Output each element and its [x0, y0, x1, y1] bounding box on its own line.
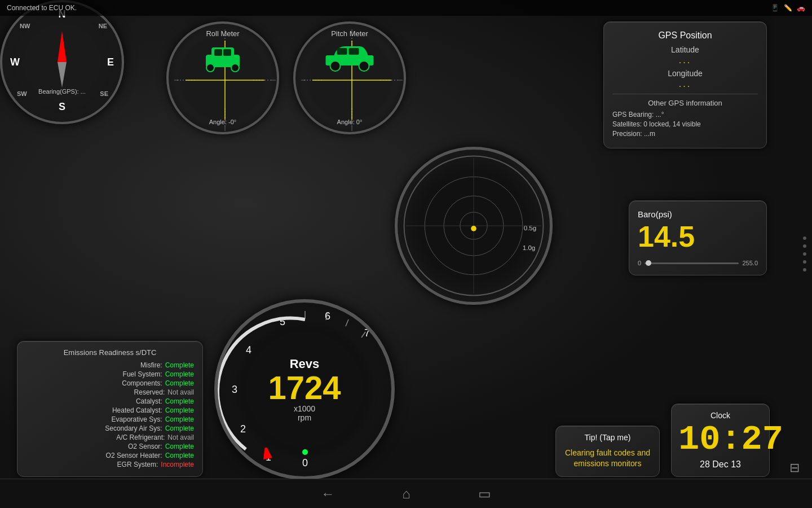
car-status-icon: 🚗 [797, 4, 805, 12]
gps-precision-line: Precision: ...m [612, 130, 758, 138]
home-button[interactable]: ⌂ [402, 486, 411, 502]
baro-panel[interactable]: Baro(psi) 14.5 0 255.0 [629, 200, 767, 275]
pencil-icon: ✏️ [784, 4, 792, 12]
back-button[interactable]: ← [321, 486, 334, 502]
emissions-row: O2 Sensor:Complete [26, 443, 194, 450]
rev-unit2: rpm [268, 413, 341, 422]
svg-point-15 [231, 64, 239, 72]
emission-value: Complete [165, 397, 194, 405]
emission-label: Catalyst: [26, 397, 162, 405]
emission-label: Reserved: [26, 388, 165, 396]
emissions-panel[interactable]: Emissions Readiness s/DTC Misfire:Comple… [17, 341, 203, 477]
svg-rect-12 [214, 49, 222, 56]
gps-longitude-value: ... [612, 79, 758, 89]
dot-1 [803, 237, 806, 240]
pitch-meter[interactable]: Pitch Meter Angle: 0° [293, 21, 406, 134]
clock-date: 28 Dec 13 [678, 459, 762, 470]
ecu-status: Connected to ECU OK. [7, 4, 77, 12]
emissions-row: Secondary Air Sys:Complete [26, 424, 194, 432]
emission-label: O2 Sensor Heater: [26, 452, 162, 459]
slider-track[interactable] [645, 262, 739, 264]
svg-text:2: 2 [240, 423, 246, 435]
svg-point-44 [302, 449, 308, 455]
svg-rect-13 [223, 49, 231, 56]
dot-5 [803, 268, 806, 271]
svg-line-41 [346, 319, 348, 326]
clock-panel[interactable]: Clock 10:27 28 Dec 13 [671, 404, 770, 477]
status-bar: Connected to ECU OK. 📱 ✏️ 🚗 [0, 0, 812, 16]
dot-3 [803, 252, 806, 256]
svg-text:0: 0 [302, 457, 308, 468]
g-meter[interactable]: 0.5g 1.0g [395, 147, 553, 305]
pitch-car-icon [323, 41, 377, 74]
emission-label: Heated Catalyst: [26, 406, 162, 414]
emissions-row: EGR System:Incomplete [26, 461, 194, 468]
roll-meter[interactable]: Roll Meter Angle: -0° [166, 21, 279, 134]
emissions-row: A/C Refrigerant:Not avail [26, 433, 194, 441]
recents-button[interactable]: ▭ [478, 486, 491, 502]
gps-panel[interactable]: GPS Position Latitude ... Longitude ... … [603, 21, 767, 148]
emissions-row: Misfire:Complete [26, 361, 194, 369]
emission-label: Misfire: [26, 361, 162, 369]
compass-east: E [107, 56, 114, 68]
gps-longitude-label: Longitude [612, 69, 758, 78]
emissions-row: Heated Catalyst:Complete [26, 406, 194, 414]
emission-value: Complete [165, 424, 194, 432]
svg-text:6: 6 [325, 310, 330, 322]
clock-title: Clock [678, 411, 762, 420]
emission-value: Complete [165, 415, 194, 423]
gps-latitude-label: Latitude [612, 45, 758, 54]
dot-4 [803, 260, 806, 264]
emission-value: Not avail [167, 388, 194, 396]
baro-title: Baro(psi) [638, 209, 758, 219]
roll-car-icon [200, 41, 245, 77]
emission-label: O2 Sensor: [26, 443, 162, 450]
gps-satellites-line: Satellites: 0 locked, 14 visible [612, 120, 758, 128]
compass-bearing: Bearing(GPS): ... [38, 88, 86, 95]
svg-point-14 [206, 64, 214, 72]
compass-south: S [59, 101, 65, 113]
emissions-title: Emissions Readiness s/DTC [26, 348, 194, 357]
compass-sw: SW [17, 90, 27, 97]
emission-value: Incomplete [161, 461, 194, 468]
compass-se: SE [100, 90, 108, 97]
rev-value: 1724 [268, 371, 341, 404]
slider-thumb [646, 260, 651, 266]
emission-value: Not avail [167, 433, 194, 441]
emission-value: Complete [165, 361, 194, 369]
emissions-rows: Misfire:CompleteFuel System:CompleteComp… [26, 361, 194, 468]
emissions-row: Reserved:Not avail [26, 388, 194, 396]
svg-rect-27 [337, 48, 347, 55]
emission-value: Complete [165, 370, 194, 378]
emissions-row: O2 Sensor Heater:Complete [26, 452, 194, 459]
side-dots [803, 237, 806, 271]
tip-text: Clearing fault codes and emissions monit… [563, 448, 652, 470]
compass-gauge[interactable]: N S E W NW NE SW SE Bearing(GPS): ... [0, 0, 124, 124]
settings-icon[interactable]: ⊟ [789, 461, 800, 475]
slider-max: 255.0 [742, 260, 758, 266]
slider-min: 0 [638, 260, 641, 266]
compass-ne: NE [99, 23, 107, 29]
gps-bearing-line: GPS Bearing: ...° [612, 111, 758, 119]
emission-label: Components: [26, 379, 162, 387]
emission-label: Fuel System: [26, 370, 162, 378]
svg-point-30 [359, 61, 369, 71]
roll-meter-angle: Angle: -0° [209, 119, 236, 125]
rev-gauge[interactable]: 0 1 2 3 4 5 6 7 Revs 1724 x1000 rpm [214, 299, 395, 480]
needle-north [58, 31, 67, 62]
pitch-meter-angle: Angle: 0° [337, 119, 363, 125]
tip-title: Tip! (Tap me) [563, 433, 652, 442]
svg-text:4: 4 [246, 344, 251, 356]
svg-text:0.5g: 0.5g [524, 225, 537, 231]
emission-label: Secondary Air Sys: [26, 424, 162, 432]
emissions-row: Fuel System:Complete [26, 370, 194, 378]
tip-panel[interactable]: Tip! (Tap me) Clearing fault codes and e… [555, 426, 660, 477]
dot-2 [803, 244, 806, 248]
gps-other-title: Other GPS information [612, 99, 758, 107]
svg-text:3: 3 [232, 384, 237, 395]
compass-nw: NW [20, 23, 30, 29]
svg-rect-28 [349, 48, 359, 55]
g-meter-svg: 0.5g 1.0g [398, 147, 550, 305]
gps-divider [612, 94, 758, 94]
emissions-row: Components:Complete [26, 379, 194, 387]
